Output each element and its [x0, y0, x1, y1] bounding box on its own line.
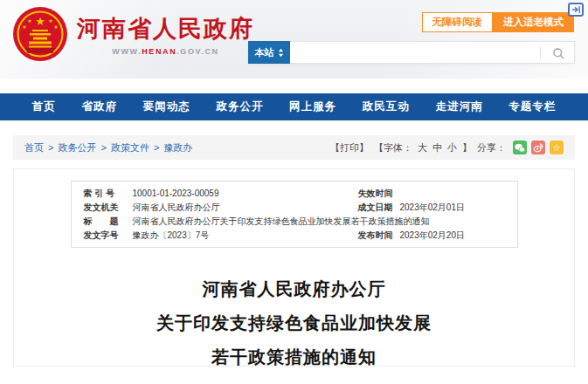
font-size-group: 【字体： 大 中 小 】 [374, 141, 472, 154]
svg-text:★: ★ [22, 24, 26, 30]
weibo-share-icon[interactable] [531, 141, 545, 154]
search-scope-label: 本站 [255, 46, 274, 59]
header-nav-gap [0, 79, 588, 93]
search-scope-select[interactable]: 本站 [248, 41, 290, 64]
site-title: 河南省人民政府 [77, 13, 254, 45]
site-url: WWW.HENAN.GOV.CN [77, 47, 254, 56]
search-box [290, 41, 575, 64]
main-navigation: 首页 省政府 要闻动态 政务公开 网上服务 政民互动 走进河南 专题专栏 [0, 93, 588, 120]
wechat-share-icon[interactable] [513, 141, 527, 154]
document-panel: 索 引 号 10001-01-2023-00059 失效时间 发文机关 河南省人… [13, 168, 575, 367]
nav-item-government-affairs[interactable]: 政务公开 [216, 99, 263, 114]
meta-value-doc-number: 豫政办〔2023〕7号 [133, 229, 346, 242]
document-title-line-2: 关于印发支持绿色食品业加快发展 [14, 306, 574, 340]
national-emblem-logo: ★ ★ ★ ★ ★ [12, 6, 68, 62]
breadcrumb-toolbar-row: 首页 > 政务公开 > 政策文件 > 豫政办 【打印】 【字体： 大 中 小 】… [13, 135, 575, 160]
elder-mode-button[interactable]: 进入适老模式 [493, 12, 574, 32]
meta-label-index-number: 索 引 号 [72, 187, 133, 200]
search-divider [540, 47, 541, 58]
document-meta-table: 索 引 号 10001-01-2023-00059 失效时间 发文机关 河南省人… [71, 181, 518, 248]
site-identity: 河南省人民政府 WWW.HENAN.GOV.CN [77, 13, 254, 56]
meta-value-publish-date: 2023年02月20日 [400, 229, 517, 242]
site-url-highlight: HENAN [142, 47, 176, 56]
search-button[interactable] [550, 45, 567, 62]
document-title: 河南省人民政府办公厅 关于印发支持绿色食品业加快发展 若干政策措施的通知 [14, 272, 574, 374]
document-title-line-1: 河南省人民政府办公厅 [14, 272, 574, 306]
site-search: 本站 [248, 41, 575, 64]
meta-value-issuing-agency: 河南省人民政府办公厅 [133, 201, 346, 214]
nav-item-news[interactable]: 要闻动态 [143, 99, 190, 114]
favorite-star-icon[interactable]: ☆ [550, 141, 564, 154]
breadcrumb-home[interactable]: 首页 [24, 141, 44, 154]
nav-item-home[interactable]: 首页 [32, 99, 56, 114]
nav-item-special-topics[interactable]: 专题专栏 [508, 99, 556, 114]
svg-text:★: ★ [27, 18, 31, 24]
page-tools: 【打印】 【字体： 大 中 小 】 分享： [330, 141, 564, 154]
breadcrumb-yuzhengban[interactable]: 豫政办 [163, 141, 192, 154]
svg-text:★: ★ [35, 15, 45, 28]
updown-arrows-icon [278, 48, 284, 58]
meta-value-index-number: 10001-01-2023-00059 [133, 187, 346, 200]
document-title-line-3: 若干政策措施的通知 [14, 340, 574, 374]
search-icon [552, 47, 565, 60]
meta-value-title: 河南省人民政府办公厅关于印发支持绿色食品业加快发展若干政策措施的通知 [133, 215, 517, 228]
breadcrumb: 首页 > 政务公开 > 政策文件 > 豫政办 [24, 141, 192, 154]
site-header: ★ ★ ★ ★ ★ 河南省人民政府 WWW.HENAN.GOV.CN 无障碍阅读… [0, 0, 588, 79]
meta-label-expiry-date: 失效时间 [346, 187, 400, 200]
nav-item-provincial-government[interactable]: 省政府 [82, 99, 118, 114]
font-size-large-button[interactable]: 大 [418, 141, 427, 154]
breadcrumb-separator: > [154, 142, 159, 153]
breadcrumb-separator: > [48, 142, 53, 153]
svg-text:★: ★ [48, 18, 52, 24]
accessibility-reading-button[interactable]: 无障碍阅读 [422, 12, 494, 32]
meta-label-written-date: 成文日期 [346, 201, 400, 214]
font-size-small-button[interactable]: 小 [447, 141, 457, 154]
meta-label-publish-date: 发布时间 [346, 229, 400, 242]
meta-value-expiry-date [400, 187, 517, 200]
font-size-medium-button[interactable]: 中 [432, 141, 442, 154]
nav-item-public-interaction[interactable]: 政民互动 [363, 99, 410, 114]
nav-item-online-services[interactable]: 网上服务 [289, 99, 336, 114]
meta-label-issuing-agency: 发文机关 [72, 201, 133, 214]
meta-value-written-date: 2023年02月01日 [400, 201, 517, 214]
breadcrumb-separator: > [100, 142, 106, 153]
font-size-open: 【字体： [374, 141, 412, 154]
exit-arrow-icon[interactable] [568, 3, 584, 17]
share-icons: ☆ [513, 141, 564, 154]
site-url-prefix: WWW. [112, 47, 142, 56]
meta-label-doc-number: 发文字号 [72, 229, 133, 242]
breadcrumb-policy-documents[interactable]: 政策文件 [111, 141, 149, 154]
breadcrumb-government-affairs[interactable]: 政务公开 [58, 141, 96, 154]
font-sizes: 大 中 小 [418, 141, 457, 154]
print-button[interactable]: 【打印】 [330, 141, 369, 154]
share-label: 分享： [477, 141, 506, 154]
search-input[interactable] [290, 42, 574, 63]
font-size-close: 】 [462, 141, 472, 154]
header-mode-buttons: 无障碍阅读 进入适老模式 [422, 12, 575, 32]
nav-item-into-henan[interactable]: 走进河南 [435, 99, 482, 114]
site-url-suffix: .GOV.CN [176, 47, 218, 56]
svg-text:★: ★ [53, 24, 58, 30]
meta-label-title: 标 题 [72, 215, 133, 228]
